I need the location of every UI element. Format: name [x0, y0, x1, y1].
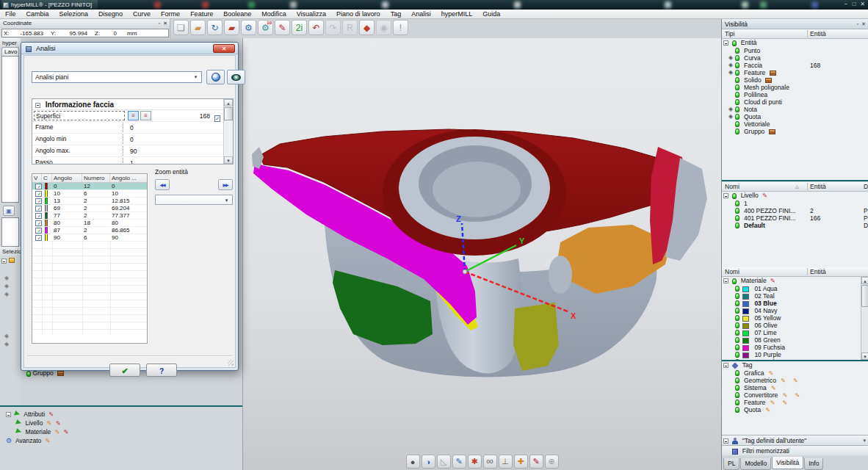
expander-icon[interactable] [723, 438, 728, 444]
menu-item[interactable]: Visualizza [292, 10, 331, 19]
tree-item[interactable]: ◈ Curva [722, 54, 868, 62]
chevron-down-icon[interactable]: ▾ [223, 197, 231, 204]
bulb-icon[interactable] [735, 77, 739, 83]
job-list[interactable] [1, 56, 19, 203]
zoom-prev-button[interactable]: ◀◀ [155, 179, 170, 190]
toolbar-button[interactable]: ! [393, 20, 408, 35]
scrollbar-thumb[interactable] [861, 285, 868, 307]
property-value[interactable]: 0 [130, 122, 134, 134]
user-tags-row[interactable]: "Tag definiti dall'utente" ▾ [722, 435, 868, 445]
menu-item[interactable]: hyperMILL [436, 10, 478, 19]
tree-item[interactable]: 06 Olive [722, 322, 868, 329]
menu-item[interactable]: Tag [386, 10, 407, 19]
bulb-icon[interactable] [735, 308, 739, 314]
row-visible-checkbox[interactable]: ✓ [35, 184, 42, 189]
expander-icon[interactable] [723, 40, 728, 46]
expander-icon[interactable] [723, 363, 728, 368]
tree-item[interactable]: ◈ Feature [722, 69, 868, 76]
tree-item[interactable]: ◈ Gruppo [722, 128, 868, 135]
expander-icon[interactable] [1, 258, 7, 264]
bulb-icon[interactable] [732, 40, 737, 46]
bulb-icon[interactable] [735, 370, 739, 376]
pencil-icon[interactable]: ✎ [762, 192, 767, 199]
materials-column-header[interactable]: Nomi Entità [722, 267, 868, 277]
tree-item[interactable]: 03 Blue [722, 300, 868, 307]
angle-table-row[interactable]: ✓ 69 2 69.204 [32, 205, 147, 212]
group-header[interactable]: Informazione faccia [32, 99, 223, 110]
pencil-icon[interactable]: ✎ [55, 429, 60, 435]
tree-root-entita[interactable]: Entità [722, 39, 868, 47]
menu-item[interactable]: Seleziona [54, 10, 94, 19]
float-icon[interactable]: ▫ [857, 19, 858, 29]
viewport-tool-button[interactable]: ✚ [514, 455, 528, 469]
property-value[interactable]: 0 [130, 134, 134, 145]
pencil-icon[interactable]: ✎ [771, 385, 779, 391]
toolbar-button[interactable]: ↶ [308, 20, 324, 35]
left-panel-button[interactable]: ▣ [3, 206, 15, 216]
chevron-down-icon[interactable]: ▾ [192, 73, 200, 81]
pencil-icon[interactable]: ✎ ✎ [770, 400, 791, 406]
tree-item[interactable]: ◈ Punto [722, 47, 868, 54]
property-value[interactable]: 1 [130, 157, 134, 164]
sidebar-tab[interactable]: Modello [740, 458, 771, 470]
pencil-icon[interactable]: ✎ ✎ [781, 377, 801, 384]
angle-table-row[interactable]: ✓ 13 2 12.815 [32, 198, 147, 205]
toolbar-button[interactable]: 2i [292, 20, 307, 35]
tree-item[interactable]: 08 Green [722, 336, 868, 344]
toolbar-button[interactable]: R [342, 20, 358, 35]
tree-item-attributi[interactable]: Attributi ✎ [6, 410, 69, 419]
viewport-tool-button[interactable]: ◺ [437, 455, 451, 469]
toolbar-button[interactable]: ▰ [224, 20, 239, 35]
row-visible-checkbox[interactable]: ✓ [35, 235, 42, 241]
help-button[interactable]: ? [146, 364, 177, 377]
bulb-icon[interactable] [735, 377, 739, 383]
zoom-entity-select[interactable]: ▾ [155, 195, 233, 205]
bulb-icon[interactable] [735, 344, 739, 350]
menu-item[interactable]: Piano di lavoro [331, 10, 386, 19]
bulb-icon[interactable] [735, 129, 739, 134]
select-faces-button[interactable]: ≡ [128, 111, 139, 120]
bulb-icon[interactable] [735, 62, 739, 68]
materials-scrollbar[interactable]: ▲ ▼ [861, 277, 868, 360]
bulb-icon[interactable] [735, 121, 739, 127]
dialog-close-button[interactable]: ✕ [213, 44, 235, 53]
levels-column-header[interactable]: Nomi △ Entità D [722, 182, 868, 192]
row-visible-checkbox[interactable]: ✓ [35, 198, 42, 204]
tree-item[interactable]: Feature ✎ ✎ [722, 399, 868, 406]
tree-item[interactable]: Default D [722, 222, 868, 229]
toolbar-button[interactable]: ◉ [376, 20, 391, 35]
angle-table-row[interactable]: ✓ 90 6 90 [32, 234, 147, 242]
zoom-next-button[interactable]: ▶▶ [218, 179, 233, 190]
expander-icon[interactable] [723, 278, 728, 283]
bulb-icon[interactable] [735, 400, 739, 405]
tree-item[interactable]: 10 Purple [722, 351, 868, 358]
property-row[interactable]: Angolo min 0 ≡ ≡ ✓ [32, 134, 223, 145]
bulb-icon[interactable] [735, 200, 739, 206]
bulb-icon[interactable] [735, 208, 739, 214]
scrollbar-thumb[interactable] [224, 107, 233, 120]
resize-grip[interactable] [228, 360, 234, 366]
toolbar-button[interactable]: ◆ [359, 20, 375, 35]
bulb-icon[interactable] [735, 315, 739, 321]
expander-icon[interactable] [723, 193, 728, 198]
tree-item[interactable]: ◈ Mesh poligonale [722, 84, 868, 91]
tree-item[interactable]: 09 Fuchsia [722, 344, 868, 351]
pencil-icon[interactable]: ✎ [47, 420, 52, 427]
tree-item-livello[interactable]: Livello ✎ ✎ [6, 419, 69, 427]
tree-root-materiale[interactable]: Materiale ✎ [722, 277, 868, 285]
tree-item[interactable]: ◈ Cloud di punti [722, 98, 868, 106]
count-checkbox[interactable]: ✓ [214, 115, 220, 122]
bulb-icon[interactable] [735, 223, 739, 228]
property-value[interactable]: 90 [130, 145, 137, 157]
toolbar-button[interactable]: ▰ [190, 20, 206, 35]
angle-table-row[interactable]: ✓ 87 2 86.865 [32, 227, 147, 234]
menu-item[interactable]: Disegno [93, 10, 128, 19]
toolbar-button[interactable]: ⚙ 10 [258, 20, 273, 35]
property-row[interactable]: Angolo max. 90 ≡ ≡ ✓ [32, 145, 223, 157]
viewport-tool-button[interactable]: ◑ [422, 455, 435, 469]
row-visible-checkbox[interactable]: ✓ [35, 228, 42, 234]
tree-root-tag[interactable]: Tag [722, 361, 868, 369]
tree-root-livello[interactable]: Livello ✎ [722, 192, 868, 200]
bulb-icon[interactable] [732, 278, 737, 284]
menu-item[interactable]: Analisi [406, 10, 436, 19]
